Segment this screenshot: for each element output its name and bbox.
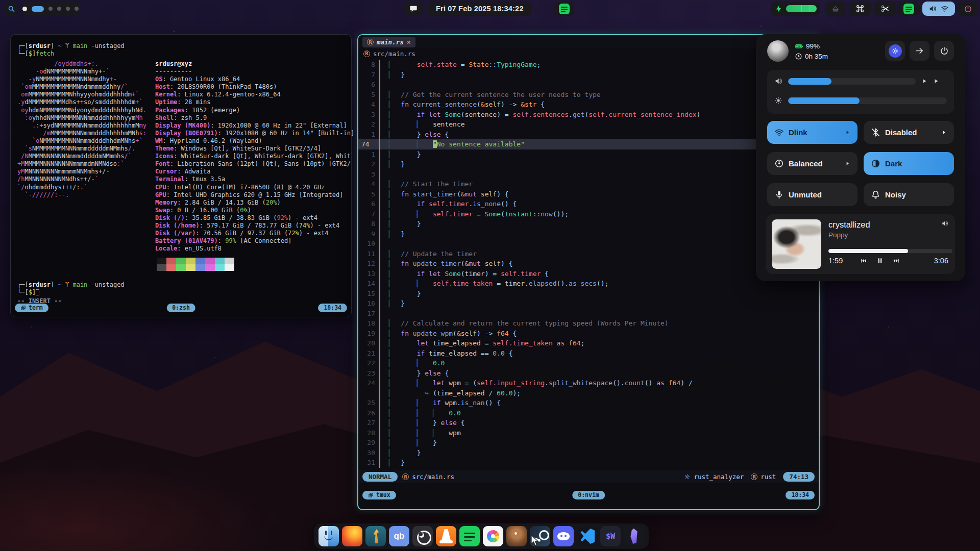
chevron-right-icon[interactable]: [941, 130, 947, 135]
workspace-dot-6[interactable]: [75, 7, 79, 11]
code-line[interactable]: 7 ▏ ▏ self.timer = Some(Instant::now());: [358, 209, 818, 219]
tmux-session-pill[interactable]: 0:nvim: [572, 491, 605, 499]
code-line[interactable]: 7 ▏ }: [358, 70, 818, 80]
workspace-dot-3[interactable]: [48, 7, 53, 11]
code-line[interactable]: 11 ▏ // Update the timer: [358, 249, 818, 259]
clock-pill[interactable]: Fri 07 Feb 2025 18:34:22: [428, 2, 532, 16]
volume-slider[interactable]: [788, 78, 916, 85]
code-line[interactable]: 1 ▏ }: [358, 149, 818, 160]
shutdown-button[interactable]: [934, 41, 954, 61]
settings-button[interactable]: [885, 41, 905, 61]
code-line[interactable]: 23 ▏ } else {: [358, 368, 818, 379]
code-line[interactable]: 30 ▏ }: [358, 448, 818, 458]
dock-lutris-icon[interactable]: [365, 526, 386, 546]
avatar[interactable]: [767, 40, 789, 62]
search-button[interactable]: [5, 2, 18, 16]
code-line[interactable]: 6: [358, 80, 818, 90]
code-line[interactable]: ▏ ↪ (time_elapsed / 60.0);: [358, 388, 818, 398]
code-line[interactable]: 27 ▏ ▏ } else {: [358, 418, 818, 428]
play-icon[interactable]: [933, 78, 939, 84]
code-line[interactable]: 5 ▏ // Get the current sentence the user…: [358, 90, 818, 100]
toggle-balanced[interactable]: Balanced: [767, 152, 857, 175]
toggle-unmuted[interactable]: Unmuted: [767, 183, 857, 206]
tab-main-rs[interactable]: R main.rs ×: [362, 37, 415, 47]
code-line[interactable]: 9 ▏ }: [358, 229, 818, 239]
code-line[interactable]: 2 ▏ ▏ sentence: [358, 119, 818, 130]
dock-obs-icon[interactable]: [412, 526, 433, 546]
power-button[interactable]: [958, 2, 977, 16]
workspace-dot-2[interactable]: [32, 6, 44, 12]
code-line[interactable]: 74 ▏ ▏ "No sentence available": [358, 139, 818, 149]
dock-wezterm-icon[interactable]: [600, 526, 621, 546]
dock-qbittorrent-icon[interactable]: [389, 526, 409, 546]
next-track-icon[interactable]: [893, 257, 900, 264]
spotify-tray-button-2[interactable]: [897, 2, 920, 16]
code-line[interactable]: 21 ▏ if time_elapsed == 0.0 {: [358, 348, 818, 359]
logout-button[interactable]: [910, 41, 929, 61]
dock-obsidian-icon[interactable]: [624, 526, 644, 546]
dock-vscode-icon[interactable]: [577, 526, 597, 546]
workspace-dot-5[interactable]: [66, 7, 70, 11]
code-line[interactable]: 13 ▏ if let Some(timer) = self.timer {: [358, 269, 818, 279]
toggle-dlink[interactable]: Dlink: [767, 121, 857, 144]
dock-gimp-icon[interactable]: [506, 526, 527, 546]
tab-close-icon[interactable]: ×: [407, 38, 411, 46]
media-volume-icon[interactable]: [941, 220, 948, 227]
tray-eject-button[interactable]: [825, 2, 846, 16]
code-line[interactable]: 6 ▏ if self.timer.is_none() {: [358, 199, 818, 209]
dock-firefox-icon[interactable]: [342, 526, 362, 546]
dock-photos-icon[interactable]: [483, 526, 503, 546]
code-line[interactable]: 14 ▏ ▏ self.time_taken = timer.elapsed()…: [358, 279, 818, 289]
volume-network-pill[interactable]: [922, 2, 955, 16]
dock-spotify-icon[interactable]: [459, 526, 480, 546]
code-line[interactable]: 19 ▏ fn update_wpm(&self) -> f64 {: [358, 329, 818, 339]
screenshot-button[interactable]: [874, 2, 896, 16]
code-line[interactable]: 10: [358, 239, 818, 249]
code-line[interactable]: 31 ▏ }: [358, 458, 818, 468]
tmux-window-pill[interactable]: tmux: [362, 491, 396, 499]
code-line[interactable]: 8 ▏ }: [358, 219, 818, 229]
code-line[interactable]: 2 ▏ }: [358, 159, 818, 169]
code-line[interactable]: 24 ▏ ▏ let wpm = (self.input_string.spli…: [358, 378, 818, 388]
code-line[interactable]: 4 ▏ fn current_sentence(&self) -> &str {: [358, 99, 818, 110]
workspace-dot-4[interactable]: [57, 7, 61, 11]
code-line[interactable]: 17: [358, 309, 818, 319]
code-line[interactable]: 29 ▏ ▏ }: [358, 438, 818, 448]
chevron-right-icon[interactable]: [845, 161, 850, 166]
code-line[interactable]: 25 ▏ ▏ if wpm.is_nan() {: [358, 398, 818, 408]
code-line[interactable]: 12 ▏ fn update_timer(&mut self) {: [358, 259, 818, 269]
toggle-dark[interactable]: Dark: [864, 152, 954, 175]
tmux-window-pill[interactable]: term: [15, 304, 48, 312]
code-line[interactable]: 15 ▏ }: [358, 289, 818, 299]
terminal-window[interactable]: ┌─[srdusr] ~ ϒ main -unstaged└─[$]fetch …: [10, 34, 352, 317]
workspace-dot-1[interactable]: [22, 7, 27, 11]
brightness-slider[interactable]: [788, 97, 947, 104]
pause-icon[interactable]: [876, 257, 884, 265]
code-line[interactable]: 5 ▏ fn start_timer(&mut self) {: [358, 189, 818, 199]
code-line[interactable]: 3: [358, 169, 818, 180]
chevron-right-icon[interactable]: [845, 130, 850, 135]
workspace-indicator[interactable]: [22, 2, 79, 16]
toggle-disabled[interactable]: Disabled: [864, 121, 954, 144]
code-line[interactable]: 8 ▏ self.state = State::TypingGame;: [358, 60, 818, 70]
notifications-button[interactable]: [404, 2, 423, 16]
code-line[interactable]: 3 ▏ if let Some(sentence) = self.sentenc…: [358, 110, 818, 120]
previous-track-icon[interactable]: [860, 257, 867, 264]
code-line[interactable]: 18 ▏ // Calculate and return the current…: [358, 318, 818, 329]
keybinds-button[interactable]: [849, 2, 871, 16]
editor-window[interactable]: R main.rs × R src/main.rs 8 ▏ self.state…: [357, 34, 820, 510]
spotify-tray-button[interactable]: [554, 2, 574, 16]
code-area[interactable]: 8 ▏ self.state = State::TypingGame;7 ▏ }…: [358, 60, 818, 468]
dock-finder-icon[interactable]: [318, 526, 339, 546]
code-line[interactable]: 1 ▏ } else {: [358, 130, 818, 140]
dock-discord-icon[interactable]: [553, 526, 574, 546]
code-line[interactable]: 20 ▏ let time_elapsed = self.time_taken …: [358, 338, 818, 348]
track-progress-bar[interactable]: [828, 249, 952, 253]
code-line[interactable]: 28 ▏ ▏ ▏ wpm: [358, 428, 818, 438]
toggle-noisy[interactable]: Noisy: [864, 183, 954, 206]
play-icon[interactable]: [921, 78, 927, 84]
code-line[interactable]: 26 ▏ ▏ ▏ 0.0: [358, 408, 818, 418]
battery-pill[interactable]: [771, 2, 820, 16]
tmux-session-pill[interactable]: 0:zsh: [166, 304, 195, 312]
code-line[interactable]: 16 ▏ }: [358, 298, 818, 309]
